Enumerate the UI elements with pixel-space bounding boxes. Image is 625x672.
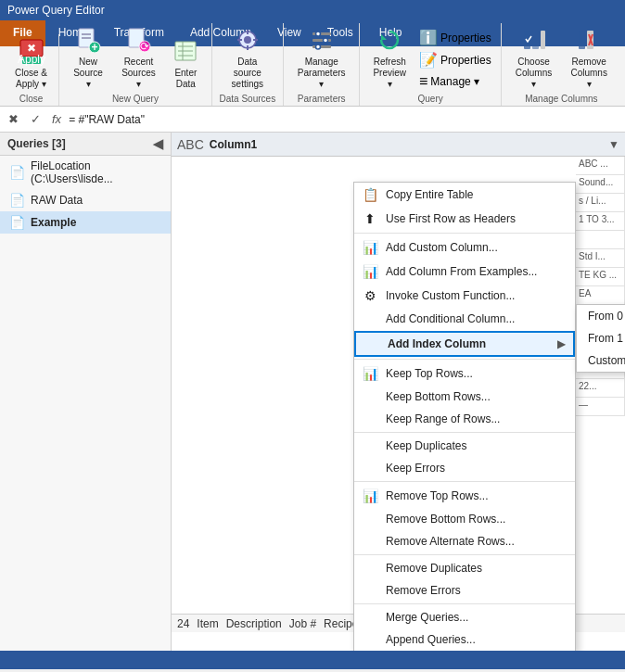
submenu-from-0[interactable]: From 0 <box>577 305 625 327</box>
svg-rect-33 <box>579 31 585 49</box>
separator-1 <box>354 233 575 234</box>
data-cell-abc: ABC ... <box>576 157 625 175</box>
new-source-icon: + <box>73 25 103 55</box>
query-group-label: Query <box>417 94 442 104</box>
menu-copy-entire-table[interactable]: 📋 Copy Entire Table <box>354 183 575 207</box>
manage-columns-group-label: Manage Columns <box>525 94 597 104</box>
enter-data-button[interactable]: EnterData <box>166 34 206 92</box>
submenu-custom[interactable]: Custom... <box>577 349 625 372</box>
context-menu: 📋 Copy Entire Table ⬆ Use First Row as H… <box>353 182 576 651</box>
column-type-icon: ABC <box>177 137 204 152</box>
invoke-custom-icon: ⚙ <box>362 288 378 303</box>
advanced-editor-button[interactable]: 📝 Properties <box>415 49 495 70</box>
add-column-examples-icon: 📊 <box>362 264 378 279</box>
recent-sources-button[interactable]: ⟳ RecentSources ▾ <box>113 23 164 92</box>
ribbon-group-manage-columns: ChooseColumns ▾ RemoveColumns ▾ Manage C… <box>502 23 621 106</box>
menu-use-first-row[interactable]: ⬆ Use First Row as Headers <box>354 207 575 231</box>
manage-columns-buttons: ChooseColumns ▾ RemoveColumns ▾ <box>507 23 616 92</box>
data-cell-sound: Sound... <box>576 175 625 194</box>
sidebar-toggle-button[interactable]: ◀ <box>153 136 163 151</box>
properties-icon: ℹ️ <box>419 29 438 46</box>
formula-fx-label: fx <box>48 112 65 126</box>
manage-parameters-button[interactable]: ManageParameters ▾ <box>289 23 354 92</box>
conditional-column-label: Add Conditional Column... <box>386 312 515 325</box>
svg-text:+: + <box>92 41 98 53</box>
data-source-settings-label: Data sourcesettings <box>223 57 272 90</box>
parameters-buttons: ManageParameters ▾ <box>289 23 354 92</box>
manage-button[interactable]: ≡ Manage ▾ <box>415 71 495 92</box>
sidebar-header: Queries [3] ◀ <box>0 133 171 156</box>
sidebar-title: Queries [3] <box>7 137 66 150</box>
menu-invoke-custom-function[interactable]: ⚙ Invoke Custom Function... <box>354 284 575 308</box>
refresh-preview-icon <box>375 25 404 55</box>
menu-remove-top-rows[interactable]: 📊 Remove Top Rows... <box>354 484 575 508</box>
svg-rect-19 <box>247 30 249 34</box>
keep-bottom-rows-label: Keep Bottom Rows... <box>386 390 491 403</box>
data-cell-ea1: EA <box>576 286 625 305</box>
menu-keep-duplicates[interactable]: Keep Duplicates <box>354 435 575 457</box>
manage-icon: ≡ <box>419 73 427 90</box>
svg-point-26 <box>315 32 320 36</box>
remove-top-rows-label: Remove Top Rows... <box>386 489 489 502</box>
menu-append-queries[interactable]: Append Queries... <box>354 628 575 651</box>
enter-data-label: EnterData <box>174 68 197 90</box>
menu-keep-top-rows[interactable]: 📊 Keep Top Rows... <box>354 361 575 386</box>
menu-add-conditional-column[interactable]: Add Conditional Column... <box>354 308 575 330</box>
properties-button[interactable]: ℹ️ Properties <box>415 27 495 48</box>
menu-add-index-column[interactable]: Add Index Column ▶ <box>354 331 575 357</box>
menu-keep-bottom-rows[interactable]: Keep Bottom Rows... <box>354 386 575 408</box>
sidebar-item-example[interactable]: 📄 Example <box>0 211 171 234</box>
parameters-group-label: Parameters <box>298 94 346 104</box>
menu-add-column-from-examples[interactable]: 📊 Add Column From Examples... <box>354 260 575 284</box>
new-source-button[interactable]: + NewSource ▾ <box>65 23 111 92</box>
recent-sources-icon: ⟳ <box>123 25 153 55</box>
svg-point-18 <box>244 36 251 44</box>
ribbon-group-new-query: + NewSource ▾ ⟳ RecentSources ▾ <box>59 23 212 106</box>
remove-bottom-rows-label: Remove Bottom Rows... <box>386 513 505 526</box>
merge-queries-label: Merge Queries... <box>386 611 468 624</box>
menu-remove-bottom-rows[interactable]: Remove Bottom Rows... <box>354 508 575 530</box>
sidebar-item-filelocation[interactable]: 📄 FileLocation (C:\Users\lisde... <box>0 156 171 189</box>
close-apply-button[interactable]: ✖ Apply Close &Apply ▾ <box>9 34 53 92</box>
advanced-editor-icon: 📝 <box>419 51 438 69</box>
menu-remove-errors[interactable]: Remove Errors <box>354 579 575 602</box>
menu-remove-alternate-rows[interactable]: Remove Alternate Rows... <box>354 530 575 552</box>
copy-table-icon: 📋 <box>362 187 378 202</box>
title-text: Power Query Editor <box>7 4 105 17</box>
menu-merge-queries[interactable]: Merge Queries... <box>354 606 575 628</box>
svg-marker-29 <box>381 34 387 40</box>
svg-text:Apply: Apply <box>17 53 45 66</box>
menu-add-custom-column[interactable]: 📊 Add Custom Column... <box>354 235 575 260</box>
first-row-icon: ⬆ <box>362 211 378 226</box>
menu-remove-duplicates[interactable]: Remove Duplicates <box>354 557 575 579</box>
remove-alternate-rows-label: Remove Alternate Rows... <box>386 535 515 548</box>
sidebar-item-rawdata[interactable]: 📄 RAW Data <box>0 189 171 211</box>
ribbon-group-query: RefreshPreview ▾ ℹ️ Properties 📝 Propert… <box>360 23 501 106</box>
column-dropdown-arrow[interactable]: ▼ <box>608 138 619 151</box>
refresh-preview-button[interactable]: RefreshPreview ▾ <box>365 23 414 92</box>
menu-keep-range-rows[interactable]: Keep Range of Rows... <box>354 408 575 430</box>
choose-columns-button[interactable]: ChooseColumns ▾ <box>507 23 561 92</box>
data-source-settings-button[interactable]: Data sourcesettings <box>218 23 277 92</box>
remove-columns-button[interactable]: RemoveColumns ▾ <box>562 23 616 92</box>
remove-top-rows-icon: 📊 <box>362 488 378 503</box>
formula-cancel-button[interactable]: ✖ <box>4 110 22 129</box>
right-data-area: ABC ... Sound... s / Li... 1 TO 3... Std… <box>576 157 625 651</box>
data-source-settings-icon <box>233 25 262 55</box>
formula-input[interactable] <box>69 113 621 126</box>
svg-rect-21 <box>237 39 242 41</box>
advanced-editor-label: Properties <box>440 54 491 67</box>
add-index-arrow: ▶ <box>557 337 566 350</box>
item-col: Item <box>197 617 218 630</box>
job-col: Job # <box>289 617 316 630</box>
sidebar: Queries [3] ◀ 📄 FileLocation (C:\Users\l… <box>0 133 172 651</box>
menu-keep-errors[interactable]: Keep Errors <box>354 457 575 479</box>
ribbon-group-parameters: ManageParameters ▾ Parameters <box>284 23 361 106</box>
description-col: Description <box>226 617 282 630</box>
data-sources-group-label: Data Sources <box>220 94 276 104</box>
data-cell-tekg: TE KG ... <box>576 268 625 286</box>
ribbon-group-data-sources: Data sourcesettings Data Sources <box>212 23 284 106</box>
formula-confirm-button[interactable]: ✓ <box>26 110 45 129</box>
submenu-from-1[interactable]: From 1 <box>577 327 625 349</box>
row-num-24: 24 <box>177 617 189 630</box>
